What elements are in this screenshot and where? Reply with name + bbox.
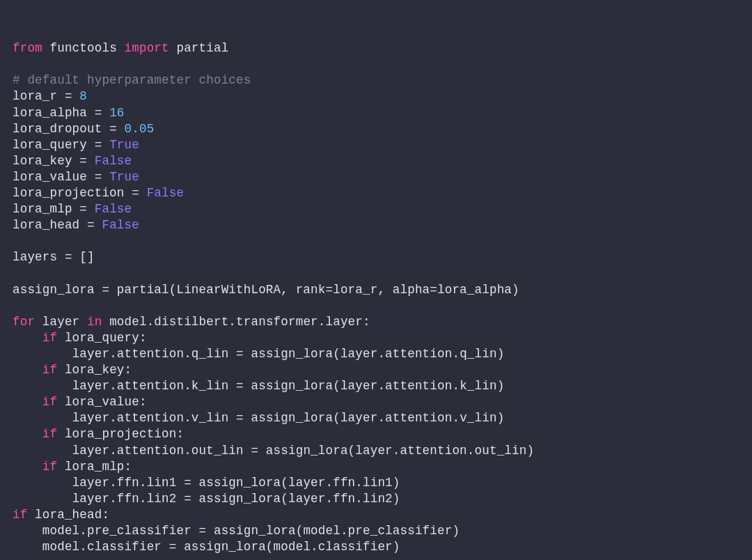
keyword-if: if bbox=[42, 460, 57, 474]
operator-eq: = bbox=[184, 476, 191, 490]
operator-eq: = bbox=[65, 89, 72, 103]
import-name: partial bbox=[169, 41, 229, 55]
var-lhs: model.classifier bbox=[42, 540, 169, 554]
operator-eq: = bbox=[95, 106, 102, 120]
boolean: False bbox=[87, 202, 132, 216]
indent bbox=[13, 347, 72, 361]
operator-eq: = bbox=[109, 122, 117, 136]
code-line-32: model.classifier = assign_lora(model.cla… bbox=[13, 540, 400, 554]
keyword-if: if bbox=[13, 508, 27, 522]
keyword-if: if bbox=[42, 395, 57, 409]
var-lhs: model.pre_classifier bbox=[42, 524, 199, 538]
indent bbox=[13, 460, 42, 474]
operator-eq: = bbox=[325, 283, 333, 297]
boolean: False bbox=[95, 218, 139, 232]
var-lhs: layer.attention.out_lin bbox=[72, 444, 251, 458]
operator-eq: = bbox=[169, 540, 177, 554]
operator-eq: = bbox=[199, 524, 207, 538]
operator-eq: = bbox=[95, 170, 102, 184]
list-literal: [] bbox=[72, 250, 95, 264]
code-line-22: layer.attention.k_lin = assign_lora(laye… bbox=[13, 379, 504, 393]
comment: # default hyperparameter choices bbox=[13, 73, 251, 87]
code-line-16: assign_lora = partial(LinearWithLoRA, ra… bbox=[13, 283, 519, 297]
var-lhs: assign_lora bbox=[13, 283, 102, 297]
operator-eq: = bbox=[430, 283, 437, 297]
code-line-1: from functools import partial bbox=[13, 41, 228, 55]
number: 0.05 bbox=[117, 122, 155, 136]
operator-eq: = bbox=[95, 138, 102, 152]
indent bbox=[13, 379, 72, 393]
indent bbox=[13, 411, 72, 425]
module-name: functools bbox=[42, 41, 125, 55]
condition: lora_projection: bbox=[57, 427, 184, 441]
expr: assign_lora(layer.attention.v_lin) bbox=[244, 411, 505, 425]
expr: assign_lora(layer.attention.k_lin) bbox=[244, 379, 505, 393]
loop-var: layer bbox=[35, 315, 87, 329]
operator-eq: = bbox=[236, 411, 244, 425]
var-lhs: lora_mlp bbox=[13, 202, 79, 216]
boolean: True bbox=[102, 170, 139, 184]
expr: assign_lora(model.pre_classifier) bbox=[206, 524, 460, 538]
operator-eq: = bbox=[236, 347, 244, 361]
code-line-26: layer.attention.out_lin = assign_lora(la… bbox=[13, 444, 534, 458]
indent bbox=[13, 476, 72, 490]
code-line-18: for layer in model.distilbert.transforme… bbox=[13, 315, 370, 329]
expr: assign_lora(layer.attention.out_lin) bbox=[258, 444, 534, 458]
operator-eq: = bbox=[132, 186, 139, 200]
code-line-31: model.pre_classifier = assign_lora(model… bbox=[13, 524, 460, 538]
code-line-10: lora_projection = False bbox=[13, 186, 184, 200]
operator-eq: = bbox=[65, 250, 72, 264]
var-lhs: layer.ffn.lin1 bbox=[72, 476, 185, 490]
var-lhs: layer.attention.v_lin bbox=[72, 411, 236, 425]
code-line-30: if lora_head: bbox=[13, 508, 109, 522]
keyword-import: import bbox=[125, 41, 169, 55]
code-line-7: lora_query = True bbox=[13, 138, 139, 152]
number: 8 bbox=[72, 89, 87, 103]
operator-eq: = bbox=[236, 379, 244, 393]
code-line-20: layer.attention.q_lin = assign_lora(laye… bbox=[13, 347, 504, 361]
boolean: True bbox=[102, 138, 139, 152]
code-line-5: lora_alpha = 16 bbox=[13, 106, 125, 120]
indent bbox=[13, 444, 72, 458]
condition: lora_head: bbox=[27, 508, 109, 522]
expr: lora_r, alpha bbox=[333, 283, 430, 297]
operator-eq: = bbox=[251, 444, 258, 458]
code-line-6: lora_dropout = 0.05 bbox=[13, 122, 154, 136]
code-line-29: layer.ffn.lin2 = assign_lora(layer.ffn.l… bbox=[13, 492, 400, 506]
number: 16 bbox=[102, 106, 124, 120]
expr: partial(LinearWithLoRA, rank bbox=[109, 283, 325, 297]
code-line-28: layer.ffn.lin1 = assign_lora(layer.ffn.l… bbox=[13, 476, 400, 490]
operator-eq: = bbox=[184, 492, 191, 506]
expr: lora_alpha) bbox=[437, 283, 519, 297]
code-line-9: lora_value = True bbox=[13, 170, 139, 184]
keyword-for: for bbox=[13, 315, 35, 329]
code-block: { "code": { "line1": { "kw1": "from", "m… bbox=[0, 0, 752, 560]
indent bbox=[13, 524, 42, 538]
boolean: False bbox=[87, 154, 132, 168]
indent bbox=[13, 492, 72, 506]
condition: lora_query: bbox=[57, 331, 146, 345]
indent bbox=[13, 395, 42, 409]
var-lhs: layers bbox=[13, 250, 65, 264]
var-lhs: lora_r bbox=[13, 89, 65, 103]
condition: lora_mlp: bbox=[57, 460, 132, 474]
keyword-if: if bbox=[42, 363, 57, 377]
expr: assign_lora(layer.ffn.lin1) bbox=[191, 476, 400, 490]
operator-eq: = bbox=[87, 218, 95, 232]
code-line-23: if lora_value: bbox=[13, 395, 147, 409]
var-lhs: lora_query bbox=[13, 138, 95, 152]
code-line-3: # default hyperparameter choices bbox=[13, 73, 251, 87]
var-lhs: layer.attention.k_lin bbox=[72, 379, 236, 393]
code-line-25: if lora_projection: bbox=[13, 427, 184, 441]
code-line-24: layer.attention.v_lin = assign_lora(laye… bbox=[13, 411, 504, 425]
expr: assign_lora(layer.attention.q_lin) bbox=[244, 347, 505, 361]
var-lhs: lora_head bbox=[13, 218, 87, 232]
indent bbox=[13, 540, 42, 554]
indent bbox=[13, 427, 42, 441]
condition: lora_key: bbox=[57, 363, 132, 377]
keyword-in: in bbox=[87, 315, 102, 329]
expr: assign_lora(model.classifier) bbox=[176, 540, 400, 554]
code-line-19: if lora_query: bbox=[13, 331, 147, 345]
code-line-12: lora_head = False bbox=[13, 218, 139, 232]
condition: lora_value: bbox=[57, 395, 146, 409]
